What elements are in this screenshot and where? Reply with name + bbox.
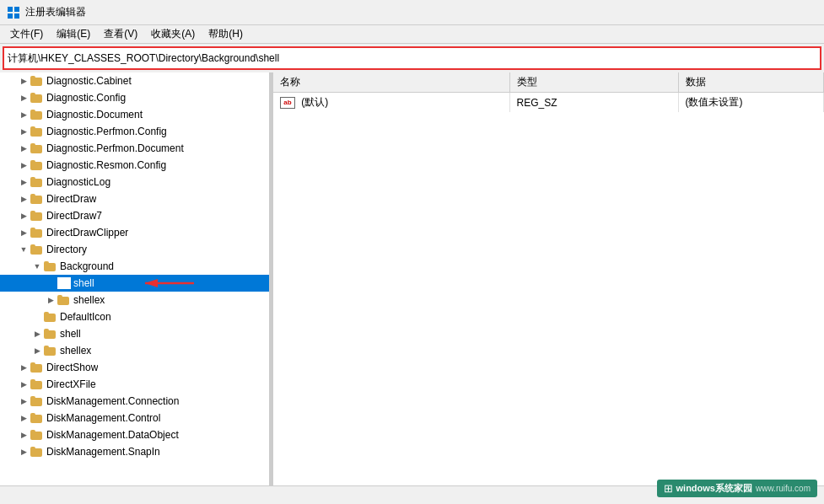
- list-item[interactable]: Diagnostic.Perfmon.Document: [0, 140, 269, 157]
- folder-icon: [30, 227, 44, 239]
- col-name[interactable]: 名称: [273, 72, 509, 93]
- folder-icon: [44, 311, 57, 323]
- folder-icon: [30, 412, 44, 424]
- menu-help[interactable]: 帮助(H): [202, 25, 250, 43]
- folder-icon: [30, 92, 44, 104]
- watermark: ⊞ windows系统家园 www.ruifu.com: [657, 480, 817, 497]
- list-item[interactable]: shellex: [0, 342, 269, 359]
- app-icon: [7, 6, 20, 19]
- folder-icon: [30, 244, 44, 255]
- menu-favorites[interactable]: 收藏夹(A): [144, 25, 202, 43]
- expand-icon[interactable]: [17, 411, 30, 425]
- expand-icon[interactable]: [17, 243, 30, 256]
- expand-icon[interactable]: [17, 428, 30, 442]
- list-item[interactable]: Diagnostic.Cabinet: [0, 72, 269, 89]
- tree-label: Diagnostic.Perfmon.Config: [46, 126, 167, 137]
- expand-icon[interactable]: [17, 74, 30, 88]
- expand-icon[interactable]: [17, 91, 30, 105]
- list-item[interactable]: Diagnostic.Perfmon.Config: [0, 123, 269, 140]
- list-item[interactable]: DiskManagement.Control: [0, 410, 269, 426]
- tree-label: Diagnostic.Document: [46, 109, 143, 121]
- folder-icon: [30, 446, 44, 458]
- tree-label: DiskManagement.Control: [46, 412, 160, 424]
- folder-icon: [44, 260, 57, 272]
- expand-icon[interactable]: [30, 327, 44, 340]
- tree-label: DirectDraw: [46, 193, 96, 205]
- expand-icon[interactable]: [17, 209, 30, 223]
- folder-icon: [57, 277, 71, 289]
- list-item[interactable]: DirectDraw7: [0, 207, 269, 224]
- menu-file[interactable]: 文件(F): [3, 25, 50, 43]
- list-item[interactable]: DiskManagement.SnapIn: [0, 443, 269, 460]
- main-content: Diagnostic.Cabinet Diagnostic.Config Dia…: [0, 72, 824, 485]
- expand-icon[interactable]: [44, 293, 57, 307]
- tree-label: DiskManagement.SnapIn: [46, 446, 160, 458]
- tree-label: Diagnostic.Perfmon.Document: [46, 142, 184, 154]
- tree-label: shellex: [73, 294, 105, 306]
- list-item[interactable]: shell: [0, 325, 269, 342]
- value-type: REG_SZ: [509, 93, 678, 113]
- tree-label: Directory: [46, 244, 87, 255]
- list-item[interactable]: DirectDrawClipper: [0, 224, 269, 241]
- expand-icon[interactable]: [17, 226, 30, 239]
- folder-icon: [30, 362, 44, 373]
- tree-label: Diagnostic.Config: [46, 92, 126, 104]
- tree-label: DirectShow: [46, 362, 98, 373]
- list-item[interactable]: Diagnostic.Config: [0, 89, 269, 106]
- expand-icon[interactable]: [17, 192, 30, 206]
- table-row[interactable]: ab (默认) REG_SZ (数值未设置): [273, 93, 824, 113]
- list-item[interactable]: DiskManagement.Connection: [0, 393, 269, 410]
- menu-bar: 文件(F) 编辑(E) 查看(V) 收藏夹(A) 帮助(H): [0, 25, 824, 44]
- svg-rect-2: [8, 13, 13, 19]
- list-item[interactable]: shellex: [0, 292, 269, 308]
- folder-icon: [57, 294, 71, 306]
- list-item[interactable]: DirectDraw: [0, 190, 269, 207]
- expand-icon[interactable]: [30, 260, 44, 273]
- folder-icon: [44, 328, 57, 340]
- expand-icon[interactable]: [17, 175, 30, 189]
- menu-edit[interactable]: 编辑(E): [50, 25, 97, 43]
- expand-icon[interactable]: [17, 378, 30, 391]
- value-data: (数值未设置): [678, 93, 824, 113]
- col-type[interactable]: 类型: [509, 72, 678, 93]
- list-item[interactable]: DiskManagement.DataObject: [0, 426, 269, 443]
- expand-icon[interactable]: [17, 394, 30, 408]
- folder-icon: [44, 345, 57, 357]
- list-item[interactable]: DirectShow: [0, 359, 269, 376]
- folder-icon: [30, 429, 44, 441]
- registry-values: 名称 类型 数据 ab (默认) REG_SZ (数值未设置): [273, 72, 824, 485]
- list-item[interactable]: DiagnosticLog: [0, 174, 269, 190]
- list-item[interactable]: Diagnostic.Resmon.Config: [0, 157, 269, 174]
- ab-icon: ab: [280, 97, 295, 109]
- expand-icon[interactable]: [17, 158, 30, 172]
- svg-rect-0: [8, 7, 13, 12]
- app-title: 注册表编辑器: [25, 5, 86, 19]
- registry-tree[interactable]: Diagnostic.Cabinet Diagnostic.Config Dia…: [0, 72, 270, 485]
- list-item[interactable]: shell: [0, 275, 269, 292]
- tree-label: shell: [60, 328, 81, 340]
- tree-label: DirectDrawClipper: [46, 227, 128, 239]
- expand-icon[interactable]: [17, 108, 30, 121]
- expand-icon[interactable]: [17, 125, 30, 138]
- list-item[interactable]: Diagnostic.Document: [0, 106, 269, 123]
- expand-icon[interactable]: [17, 142, 30, 155]
- list-item[interactable]: DirectXFile: [0, 376, 269, 393]
- address-path: 计算机\HKEY_CLASSES_ROOT\Directory\Backgrou…: [8, 51, 279, 66]
- tree-label: shell: [73, 277, 94, 289]
- list-item[interactable]: Background: [0, 258, 269, 275]
- tree-label: Diagnostic.Resmon.Config: [46, 159, 166, 171]
- list-item[interactable]: Directory: [0, 241, 269, 258]
- expand-icon[interactable]: [17, 445, 30, 458]
- menu-view[interactable]: 查看(V): [97, 25, 144, 43]
- expand-icon[interactable]: [30, 344, 44, 357]
- col-data[interactable]: 数据: [678, 72, 824, 93]
- list-item[interactable]: DefaultIcon: [0, 308, 269, 325]
- tree-label: DefaultIcon: [60, 311, 111, 323]
- address-bar[interactable]: 计算机\HKEY_CLASSES_ROOT\Directory\Backgrou…: [3, 46, 821, 70]
- tree-label: DirectXFile: [46, 378, 96, 390]
- expand-icon[interactable]: [17, 361, 30, 374]
- tree-label: DiagnosticLog: [46, 176, 110, 188]
- svg-rect-3: [14, 13, 19, 19]
- tree-label: DiskManagement.DataObject: [46, 429, 179, 441]
- title-bar: 注册表编辑器: [0, 0, 824, 25]
